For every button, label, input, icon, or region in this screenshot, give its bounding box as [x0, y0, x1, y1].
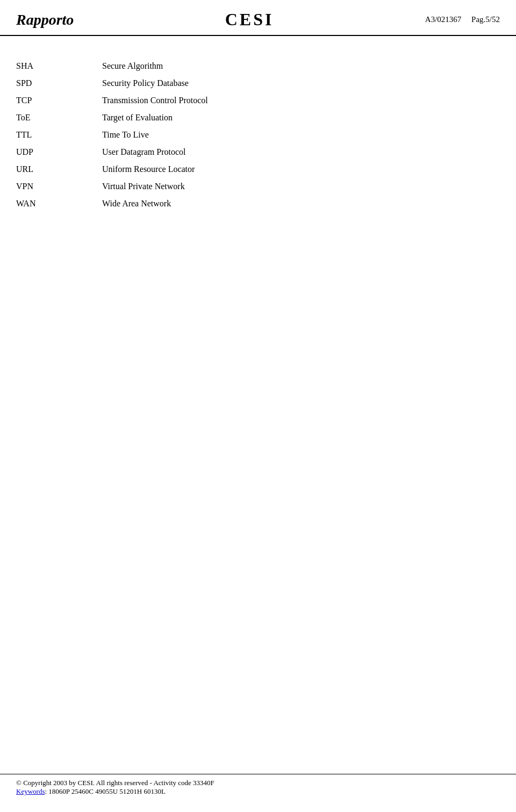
table-row: ToETarget of Evaluation	[16, 109, 500, 126]
acronym-definition: Time To Live	[102, 126, 500, 143]
doc-info: A3/021367 Pag.5/52	[425, 15, 500, 24]
acronym-abbr: SPD	[16, 75, 102, 92]
keywords-label: Keywords	[16, 787, 45, 795]
acronym-definition: Virtual Private Network	[102, 178, 500, 195]
acronym-abbr: SHA	[16, 58, 102, 75]
acronym-definition: Security Policy Database	[102, 75, 500, 92]
acronym-abbr: TTL	[16, 126, 102, 143]
acronym-definition: Uniform Resource Locator	[102, 161, 500, 178]
copyright-text: © Copyright 2003 by CESI. All rights res…	[16, 779, 500, 787]
logo: CESI	[225, 10, 274, 30]
acronym-abbr: WAN	[16, 195, 102, 212]
acronym-abbr: URL	[16, 161, 102, 178]
acronym-definition: Secure Algorithm	[102, 58, 500, 75]
keywords-link[interactable]: Keywords	[16, 787, 45, 795]
acronym-abbr: ToE	[16, 109, 102, 126]
table-row: TCPTransmission Control Protocol	[16, 92, 500, 109]
main-content: SHASecure AlgorithmSPDSecurity Policy Da…	[0, 36, 516, 234]
acronym-definition: Wide Area Network	[102, 195, 500, 212]
acronym-abbr: VPN	[16, 178, 102, 195]
acronym-abbr: TCP	[16, 92, 102, 109]
table-row: VPNVirtual Private Network	[16, 178, 500, 195]
table-row: UDPUser Datagram Protocol	[16, 143, 500, 161]
keywords-line: Keywords: 18060P 25460C 49055U 51201H 60…	[16, 787, 500, 796]
acronym-table: SHASecure AlgorithmSPDSecurity Policy Da…	[16, 58, 500, 212]
table-row: SHASecure Algorithm	[16, 58, 500, 75]
page-header: Rapporto CESI A3/021367 Pag.5/52	[0, 0, 516, 36]
acronym-abbr: UDP	[16, 143, 102, 161]
acronym-definition: User Datagram Protocol	[102, 143, 500, 161]
table-row: TTLTime To Live	[16, 126, 500, 143]
table-row: WANWide Area Network	[16, 195, 500, 212]
table-row: URLUniform Resource Locator	[16, 161, 500, 178]
page-footer: © Copyright 2003 by CESI. All rights res…	[0, 774, 516, 796]
acronym-definition: Transmission Control Protocol	[102, 92, 500, 109]
page-number: Pag.5/52	[471, 15, 500, 24]
keywords-values: 18060P 25460C 49055U 51201H 60130L	[48, 787, 166, 795]
table-row: SPDSecurity Policy Database	[16, 75, 500, 92]
brand-name: Rapporto	[16, 11, 74, 28]
doc-number: A3/021367	[425, 15, 462, 24]
acronym-definition: Target of Evaluation	[102, 109, 500, 126]
